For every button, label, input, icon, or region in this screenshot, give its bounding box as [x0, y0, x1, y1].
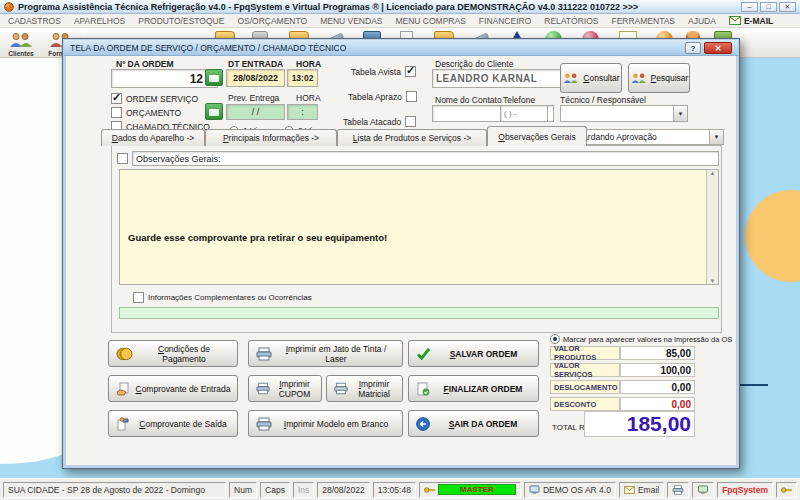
- situacao-atual-combobox[interactable]: Aguardando Aprovação ▼: [564, 129, 724, 145]
- menu-compras[interactable]: MENU COMPRAS: [395, 16, 465, 26]
- toolbar-clientes-label: Clientes: [8, 50, 33, 57]
- clients-people-icon: [8, 32, 34, 50]
- observacoes-header-field[interactable]: Observações Gerais:: [132, 151, 719, 166]
- status-demo: DEMO OS AR 4.0: [524, 482, 616, 498]
- toolbar-clientes-button[interactable]: Clientes: [2, 28, 40, 57]
- maximize-button[interactable]: □: [760, 2, 777, 12]
- menu-financeiro[interactable]: FINANCEIRO: [479, 16, 531, 26]
- observacoes-checkbox[interactable]: [117, 153, 128, 164]
- people-icon: [562, 72, 580, 85]
- tab-dados-aparelho[interactable]: Dados do Aparelho ->: [101, 129, 205, 146]
- ordem-servico-checkbox[interactable]: ORDEM SERVIÇO: [111, 93, 198, 104]
- prev-hora-field[interactable]: :: [287, 104, 318, 120]
- sun-decoration: [745, 190, 800, 282]
- desconto-value[interactable]: 0,00: [620, 397, 695, 411]
- tab-lista-produtos-servicos[interactable]: Lista de Produtos e Serviços ->: [337, 129, 487, 146]
- chevron-down-icon: ▼: [673, 106, 687, 121]
- calendar-icon[interactable]: [205, 103, 223, 120]
- checkbox-icon: [405, 116, 416, 127]
- orcamento-checkbox[interactable]: ORÇAMENTO: [111, 107, 181, 118]
- checkbox-checked-icon: [405, 66, 416, 77]
- entry-time-field[interactable]: 13:02: [287, 69, 318, 87]
- dt-entrada-label: DT ENTRADA: [228, 59, 283, 69]
- service-order-dialog: TELA DA ORDEM DE SERVIÇO / ORÇAMENTO / C…: [62, 38, 740, 469]
- pesquisar-button[interactable]: Pesquisar: [628, 63, 690, 93]
- calendar-icon[interactable]: [205, 69, 223, 86]
- checkbox-icon: [111, 107, 122, 118]
- menu-email[interactable]: E-MAIL: [729, 16, 773, 26]
- deslocamento-value[interactable]: 0,00: [620, 380, 695, 394]
- observacoes-text: Guarde esse comprovante pra retirar o se…: [128, 232, 387, 243]
- finalizar-ordem-button[interactable]: FINALIZAR ORDEM: [408, 375, 539, 402]
- tabela-atacado-checkbox[interactable]: Tabela Atacado: [343, 116, 416, 127]
- status-master: MASTER: [419, 482, 521, 498]
- salvar-ordem-button[interactable]: SALVAR ORDEM: [408, 340, 539, 367]
- app-title: Programa Assistência Técnica Refrigeraçã…: [18, 2, 638, 12]
- status-display[interactable]: [692, 482, 714, 498]
- tecnico-label: Técnico / Responsável: [560, 95, 646, 105]
- printer-icon: [256, 382, 270, 395]
- condicoes-pagamento-button[interactable]: Condições de Pagamento: [108, 340, 238, 367]
- imprimir-jato-laser-button[interactable]: Imprimir em Jato de Tinta / Laser: [248, 340, 403, 367]
- menu-relatorios[interactable]: RELATÓRIOS: [544, 16, 598, 26]
- tab-observacoes-gerais[interactable]: Observações Gerais: [487, 126, 587, 146]
- telefone-field[interactable]: ( ) -: [500, 105, 548, 122]
- tecnico-combobox[interactable]: ▼: [560, 105, 688, 122]
- menu-cadastros[interactable]: CADASTROS: [8, 16, 61, 26]
- status-caps: Caps: [260, 482, 290, 498]
- radio-selected-icon: [550, 334, 560, 344]
- printer-icon: [672, 485, 684, 495]
- status-date: 28/08/2022: [317, 482, 370, 498]
- menu-os-orcamento[interactable]: OS/ORÇAMENTO: [237, 16, 307, 26]
- menu-ajuda[interactable]: AJUDA: [688, 16, 716, 26]
- status-printer[interactable]: [667, 482, 689, 498]
- descricao-cliente-label: Descrição do Cliente: [435, 59, 513, 69]
- textarea-scrollbar[interactable]: ▲▼: [706, 170, 718, 284]
- menu-vendas[interactable]: MENU VENDAS: [320, 16, 382, 26]
- nome-contato-label: Nome do Contato: [435, 95, 502, 105]
- comprovante-entrada-button[interactable]: Comprovante de Entrada: [108, 375, 238, 402]
- consultar-button[interactable]: Consultar: [560, 63, 622, 93]
- scroll-up-icon[interactable]: ▲: [710, 170, 716, 176]
- prev-entrega-field[interactable]: / /: [226, 104, 285, 120]
- informacoes-complementares-checkbox[interactable]: Informações Complementares ou Ocorrência…: [133, 292, 312, 303]
- status-location: SUA CIDADE - SP 28 de Agosto de 2022 - D…: [3, 482, 226, 498]
- order-number-field[interactable]: 12: [111, 69, 218, 88]
- close-button[interactable]: ✕: [779, 2, 796, 12]
- menu-produto-estoque[interactable]: PRODUTO/ESTOQUE: [138, 16, 224, 26]
- prev-hora-label: HORA: [296, 93, 321, 103]
- menu-ferramentas[interactable]: FERRAMENTAS: [611, 16, 675, 26]
- valor-servicos-value[interactable]: 100,00: [620, 363, 695, 377]
- tabela-aprazo-checkbox[interactable]: Tabela Aprazo: [348, 91, 417, 102]
- people-icon: [630, 72, 648, 85]
- dialog-close-button[interactable]: ✕: [704, 42, 732, 54]
- tabela-avista-checkbox[interactable]: Tabela Avista: [351, 66, 416, 77]
- tab-principais-informacoes[interactable]: Principais Informações ->: [205, 129, 337, 146]
- document-check-icon: [416, 382, 430, 396]
- complementares-field[interactable]: [119, 307, 719, 319]
- printer-icon: [334, 382, 348, 395]
- minimize-button[interactable]: –: [741, 2, 758, 12]
- imprimir-modelo-branco-button[interactable]: Imprimir Modelo em Branco: [248, 410, 403, 437]
- status-ins: Ins: [293, 482, 314, 498]
- status-email[interactable]: Email: [619, 482, 664, 498]
- sair-da-ordem-button[interactable]: SAIR DA ORDEM: [408, 410, 539, 437]
- comprovante-saida-button[interactable]: Comprovante de Saída: [108, 410, 238, 437]
- receipt-hand-icon: [116, 382, 131, 396]
- entry-date-field[interactable]: 28/08/2022: [226, 69, 285, 87]
- valor-servicos-label: VALOR SERVIÇOS: [550, 363, 620, 377]
- scroll-down-icon[interactable]: ▼: [710, 278, 716, 284]
- valor-produtos-value[interactable]: 85,00: [620, 346, 695, 360]
- marcar-valores-radio[interactable]: Marcar para aparecer valores na Impressã…: [550, 334, 732, 344]
- dialog-help-button[interactable]: ?: [685, 42, 701, 54]
- menu-aparelhos[interactable]: APARELHOS: [74, 16, 125, 26]
- checkbox-icon: [117, 153, 128, 164]
- imprimir-cupom-button[interactable]: Imprimir CUPOM: [248, 375, 322, 402]
- observacoes-textarea[interactable]: Guarde esse comprovante pra retirar o se…: [119, 169, 719, 285]
- envelope-icon: [624, 486, 635, 494]
- checkbox-icon: [133, 292, 144, 303]
- coins-icon: [116, 347, 133, 361]
- imprimir-matricial-button[interactable]: Imprimir Matricial: [326, 375, 403, 402]
- printer-icon: [256, 417, 272, 431]
- horizon-line-decoration: [738, 384, 768, 386]
